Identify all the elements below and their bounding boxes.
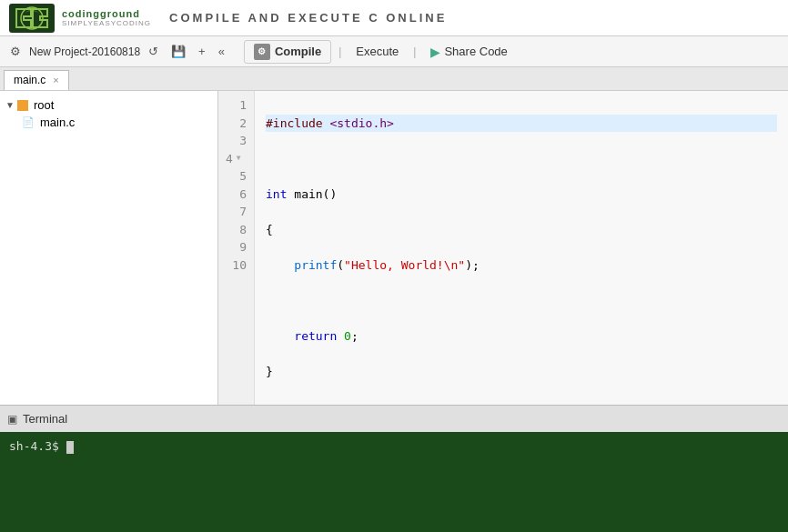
line-num-10: 10	[226, 256, 247, 275]
refresh-icon: ↺	[148, 45, 158, 58]
execute-button[interactable]: Execute	[349, 42, 406, 61]
line-num-9: 9	[226, 238, 247, 256]
code-include: #include	[266, 116, 323, 130]
logo-area: codingground SIMPLYEASYCODING	[9, 4, 151, 33]
collapse-icon: «	[218, 45, 225, 58]
toolbar: ⚙ New Project-20160818 ↺ 💾 + « ⚙ Compile…	[0, 36, 788, 67]
logo-icon	[9, 4, 55, 33]
save-icon: 💾	[171, 45, 186, 58]
code-brace-close: }	[266, 365, 273, 378]
line-num-6: 6	[226, 186, 247, 204]
code-return: return	[294, 329, 337, 343]
header: codingground SIMPLYEASYCODING COMPILE AN…	[0, 0, 788, 36]
compile-label: Compile	[275, 45, 321, 58]
code-header: <stdio.h>	[329, 116, 393, 130]
code-printf: printf	[294, 258, 337, 272]
line-numbers: 1 2 3 4▼ 5 6 7 8 9 10	[218, 91, 255, 405]
compile-icon: ⚙	[254, 44, 270, 60]
editor-area: 1 2 3 4▼ 5 6 7 8 9 10 #include <stdio.h>…	[218, 91, 788, 405]
tab-close-icon[interactable]: ×	[53, 75, 58, 85]
tab-bar: main.c ×	[0, 67, 788, 91]
logo-subtitle: SIMPLYEASYCODING	[62, 19, 151, 27]
terminal-prompt: sh-4.3$	[9, 439, 66, 453]
add-icon: +	[198, 45, 206, 58]
share-arrow-icon: ▶	[430, 45, 440, 59]
terminal-output[interactable]: sh-4.3$	[0, 432, 788, 532]
file-icon: 📄	[22, 116, 35, 128]
folder-icon	[17, 100, 28, 111]
execute-label: Execute	[356, 45, 399, 58]
code-int: int	[266, 187, 287, 201]
tab-label: main.c	[14, 74, 45, 86]
line-num-8: 8	[226, 221, 247, 239]
collapse-button[interactable]: «	[214, 42, 229, 61]
gear-button[interactable]: ⚙	[5, 42, 25, 61]
code-main: main()	[294, 187, 337, 201]
header-title: COMPILE AND EXECUTE C ONLINE	[169, 11, 447, 25]
share-button[interactable]: ▶ Share Code	[423, 42, 514, 62]
add-button[interactable]: +	[194, 42, 210, 61]
main-area: ▼ root 📄 main.c 1 2 3 4▼ 5 6 7 8 9 10 #i…	[0, 91, 788, 405]
new-project-label: New Project-20160818	[29, 45, 140, 58]
code-brace-open: {	[266, 223, 273, 236]
tree-child-area: 📄 main.c	[16, 114, 217, 131]
tree-file-main-c[interactable]: 📄 main.c	[16, 114, 217, 131]
root-label: root	[34, 98, 54, 112]
separator-2: |	[413, 45, 416, 58]
save-button[interactable]: 💾	[167, 42, 190, 61]
compile-button[interactable]: ⚙ Compile	[244, 40, 331, 64]
logo-brand: codingground	[62, 8, 151, 19]
line-num-7: 7	[226, 203, 247, 221]
file-tree-sidebar: ▼ root 📄 main.c	[0, 91, 218, 405]
tab-main-c[interactable]: main.c ×	[4, 70, 69, 90]
terminal-bar: ▣ Terminal	[0, 405, 788, 432]
terminal-label: Terminal	[23, 412, 67, 426]
line-num-1: 1	[226, 96, 247, 115]
cursor-blink	[66, 441, 74, 454]
line-num-5: 5	[226, 167, 247, 186]
line-num-2: 2	[226, 115, 247, 133]
logo-text-area: codingground SIMPLYEASYCODING	[62, 8, 151, 27]
refresh-button[interactable]: ↺	[144, 42, 163, 61]
code-zero: 0	[344, 329, 351, 343]
terminal-icon: ▣	[7, 413, 17, 426]
code-editor[interactable]: #include <stdio.h> int main() { printf("…	[255, 91, 788, 405]
tree-root-item[interactable]: ▼ root	[0, 96, 217, 114]
line-num-4: 4▼	[226, 150, 247, 168]
code-string: "Hello, World!\n"	[344, 258, 465, 272]
expand-icon: ▼	[5, 100, 15, 110]
separator-1: |	[338, 45, 341, 58]
line-num-3: 3	[226, 132, 247, 150]
share-label: Share Code	[444, 45, 507, 58]
file-label: main.c	[40, 115, 75, 129]
gear-icon: ⚙	[10, 45, 21, 58]
